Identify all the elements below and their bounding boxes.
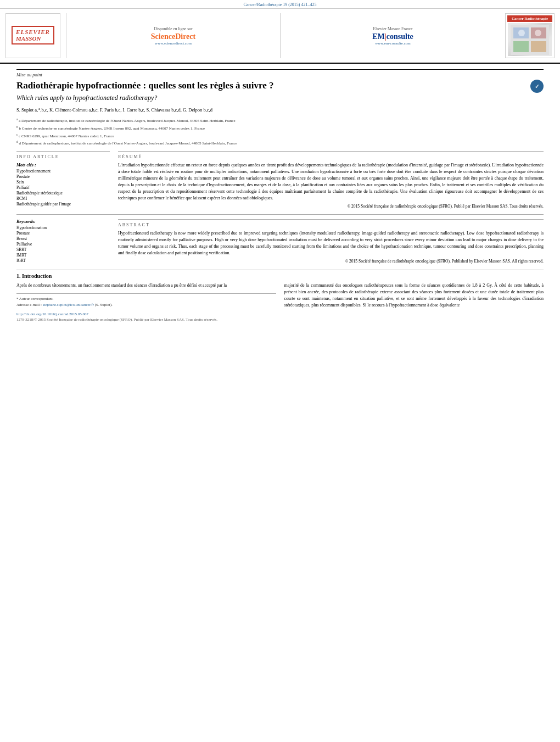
svg-point-6: [535, 30, 541, 36]
emconsulte-block: Elsevier Masson France EM|consulte www.e…: [286, 13, 500, 58]
disponible-label: Disponible en ligne sur: [154, 26, 193, 31]
keyword-en-5: IMRT: [16, 253, 110, 258]
intro-right-col: majorité de la communauté des oncologues…: [284, 282, 544, 309]
title-row: Radiothérapie hypofractionnée : quelles …: [16, 80, 544, 107]
keywords-en-list: Hypofractionation Prostate Breast Pallia…: [16, 225, 110, 263]
journal-reference: Cancer/Radiothérapie 19 (2015) 421–425: [0, 0, 560, 9]
journal-cover: Cancer Radiothérapie: [505, 13, 555, 58]
intro-left-text: Après de nombreux tâtonnements, un fract…: [16, 282, 276, 289]
doi-line: http://dx.doi.org/10.1016/j.canrad.2015.…: [16, 312, 544, 316]
info-article-header: Info Article: [16, 154, 110, 159]
info-resume-section: Info Article Mots clés : Hypofractionnem…: [16, 151, 544, 210]
affiliation-d-text: d Département de radiophysique, institut…: [19, 142, 237, 146]
affiliations: a a Département de radiothérapie, instit…: [16, 117, 544, 147]
header-section: ELSEVIER MASSON Disponible en ligne sur …: [0, 9, 560, 64]
footnote-asterisk: * Auteur correspondant.: [16, 296, 276, 302]
svg-rect-3: [513, 41, 529, 52]
doi-url[interactable]: http://dx.doi.org/10.1016/j.canrad.2015.…: [16, 312, 88, 316]
journal-header-box: Cancer Radiothérapie: [507, 15, 552, 22]
issn-text: 1278-3218/© 2015 Société française de ra…: [16, 317, 544, 322]
keyword-fr-1: Prostate: [16, 174, 110, 179]
sciencedirect-brand: ScienceDirect: [151, 32, 195, 41]
abstract-col: Abstract Hypofractionated radiotherapy i…: [118, 219, 544, 265]
resume-header: Résumé: [118, 154, 544, 159]
footnote-email-person: (S. Supiot).: [95, 303, 113, 307]
crossmark-icon: ✓: [528, 80, 544, 93]
article-body: Mise au point Radiothérapie hypofraction…: [0, 64, 560, 327]
affiliation-c-text: c CNRS 6299, quai Moncousu, 44007 Nantes…: [19, 134, 114, 138]
keyword-en-1: Prostate: [16, 231, 110, 236]
keyword-fr-2: Sein: [16, 180, 110, 185]
intro-left-col: Après de nombreux tâtonnements, un fract…: [16, 282, 276, 309]
affiliation-a: a a Département de radiothérapie, instit…: [16, 117, 544, 124]
em-label: Elsevier Masson France: [373, 26, 412, 31]
svg-rect-4: [531, 41, 546, 52]
footnote-area: * Auteur correspondant. Adresse e-mail :…: [16, 293, 276, 308]
intro-header: 1. Introduction: [16, 273, 544, 279]
masson-text: MASSON: [16, 35, 50, 42]
section-label-text: Mise au point: [16, 72, 42, 77]
keywords-fr-list: Hypofractionnement Prostate Sein Palliat…: [16, 169, 110, 207]
intro-two-col: Après de nombreux tâtonnements, un fract…: [16, 282, 544, 309]
article-title-fr: Radiothérapie hypofractionnée : quelles …: [16, 80, 528, 92]
affiliation-c: c c CNRS 6299, quai Moncousu, 44007 Nant…: [16, 132, 544, 140]
keyword-en-0: Hypofractionation: [16, 225, 110, 230]
keyword-fr-3: Palliatif: [16, 185, 110, 190]
journal-ref-text: Cancer/Radiothérapie 19 (2015) 421–425: [243, 2, 316, 7]
journal-cover-image: [508, 23, 552, 56]
keyword-fr-4: Radiothérapie stéréotaxique: [16, 191, 110, 196]
keywords-en-label: Keywords:: [16, 219, 110, 224]
introduction-section: 1. Introduction Après de nombreux tâtonn…: [16, 270, 544, 309]
keyword-en-3: Palliative: [16, 242, 110, 247]
footnote-email: Adresse e-mail : stephane.supiot@ico.uni…: [16, 302, 276, 308]
em-url: www.em-consulte.com: [375, 41, 410, 46]
keyword-en-4: SBRT: [16, 247, 110, 252]
keyword-fr-0: Hypofractionnement: [16, 169, 110, 174]
info-article-col: Info Article Mots clés : Hypofractionnem…: [16, 151, 110, 210]
footnote-email-label: Adresse e-mail :: [16, 303, 42, 307]
divider-1: [16, 214, 544, 215]
resume-text: L'irradiation hypofractionnée effectue u…: [118, 162, 544, 202]
abstract-text: Hypofractionated radiotherapy is now mor…: [118, 230, 544, 256]
abstract-section-wrapper: Keywords: Hypofractionation Prostate Bre…: [16, 219, 544, 265]
affiliation-b-text: b Centre de recherche en cancérologie Na…: [19, 126, 205, 131]
footnote-email-address[interactable]: stephane.supiot@ico.unicancer.fr: [43, 303, 94, 307]
elsevier-text: ELSEVIER: [16, 29, 50, 35]
publisher-logo: ELSEVIER MASSON: [5, 13, 60, 58]
authors-line: S. Supiot a,*,b,c, K. Clément-Colmou a,b…: [16, 107, 544, 114]
sciencedirect-block: Disponible en ligne sur ScienceDirect ww…: [66, 13, 281, 58]
crossmark-badge: ✓: [530, 80, 544, 93]
em-brand-right: consulte: [387, 32, 413, 41]
intro-right-text: majorité de la communauté des oncologues…: [284, 282, 544, 309]
article-title-en: Which rules apply to hypofractionated ra…: [16, 94, 528, 102]
affiliation-a-text: a Département de radiothérapie, institut…: [19, 119, 235, 123]
em-brand-left: EM: [372, 32, 385, 41]
affiliation-d: d d Département de radiophysique, instit…: [16, 140, 544, 147]
keywords-en-col: Keywords: Hypofractionation Prostate Bre…: [16, 219, 110, 265]
keywords-fr-label: Mots clés :: [16, 163, 110, 168]
svg-point-5: [518, 30, 525, 36]
title-text-block: Radiothérapie hypofractionnée : quelles …: [16, 80, 528, 107]
affiliation-b: b b Centre de recherche en cancérologie …: [16, 125, 544, 132]
resume-copyright: © 2015 Société française de radiothérapi…: [118, 204, 544, 210]
em-brand: EM|consulte: [372, 32, 413, 41]
elsevier-box: ELSEVIER MASSON: [12, 26, 54, 44]
section-label: Mise au point: [16, 69, 544, 77]
sciencedirect-url: www.sciencedirect.com: [155, 41, 192, 46]
keyword-en-2: Breast: [16, 236, 110, 241]
keyword-fr-6: Radiothérapie guidée par l'image: [16, 202, 110, 207]
resume-col: Résumé L'irradiation hypofractionnée eff…: [118, 151, 544, 210]
keyword-fr-5: RCMI: [16, 196, 110, 201]
footnote-asterisk-text: * Auteur correspondant.: [16, 297, 53, 301]
keyword-en-6: IGRT: [16, 258, 110, 263]
abstract-copyright: © 2015 Société française de radiothérapi…: [118, 259, 544, 265]
abstract-header: Abstract: [118, 222, 544, 227]
authors-text: S. Supiot a,*,b,c, K. Clément-Colmou a,b…: [16, 107, 212, 113]
